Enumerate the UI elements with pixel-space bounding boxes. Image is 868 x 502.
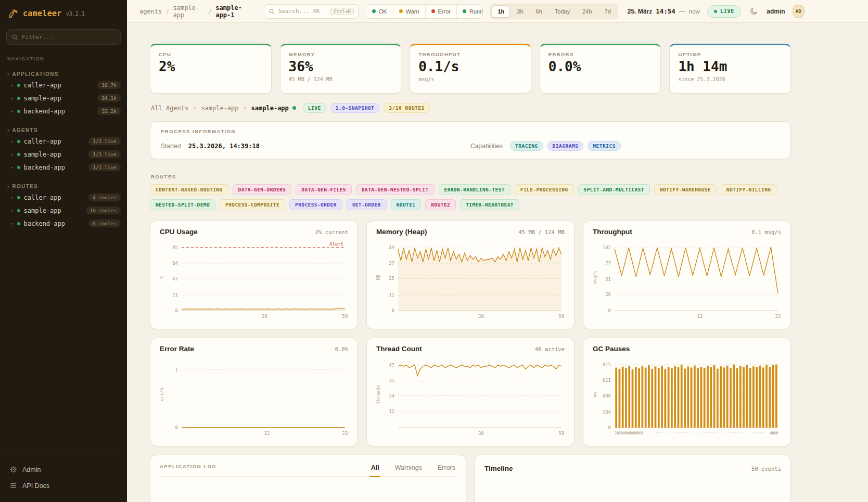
app-logo[interactable]: cameleer v3.2.1	[0, 0, 127, 24]
route-tag-data-gen-orders[interactable]: DATA-GEN-ORDERS	[233, 184, 292, 195]
time-range-6h[interactable]: 6h	[530, 5, 548, 18]
route-tag-get-order[interactable]: GET-ORDER	[347, 199, 387, 210]
chevron-right-icon: ▸	[11, 83, 14, 87]
route-tag-notify-billing[interactable]: NOTIFY-BILLING	[721, 184, 777, 195]
log-panel-title: APPLICATION LOG	[160, 464, 216, 477]
sidebar-item-label: sample-app	[24, 151, 61, 158]
sidebar-section-header-routes[interactable]: ▾ROUTES	[0, 182, 127, 191]
chevron-right-icon: ▸	[11, 165, 14, 170]
log-tab-errors[interactable]: Errors	[437, 464, 456, 477]
avatar[interactable]: AD	[793, 5, 805, 18]
chevron-right-icon: ▸	[11, 96, 14, 100]
global-search-input[interactable]	[278, 8, 327, 15]
svg-text:611: 611	[603, 378, 611, 383]
all-agents-link[interactable]: All Agents	[151, 105, 188, 112]
status-dot	[17, 84, 20, 87]
route-tag-file-processing[interactable]: FILE-PROCESSING	[515, 184, 574, 195]
sidebar-section-header-agents[interactable]: ▾AGENTS	[0, 126, 127, 135]
svg-text:204: 204	[603, 409, 611, 415]
time-range-7d[interactable]: 7d	[599, 5, 617, 18]
svg-text:30: 30	[478, 314, 484, 319]
sidebar: cameleer v3.2.1 NAVIGATION ▾APPLICATIONS…	[0, 0, 127, 502]
sidebar-item-routes-sample-app[interactable]: ▸sample-app16 routes	[0, 204, 127, 217]
agent-badge-live: LIVE	[303, 103, 326, 113]
theme-toggle-button[interactable]	[748, 6, 759, 17]
chevron-right-icon: ▸	[11, 196, 14, 200]
log-tab-warnings[interactable]: Warnings	[394, 464, 423, 477]
sidebar-item-agents-caller-app[interactable]: ▸caller-app1/1 live	[0, 135, 127, 148]
chart-title: Memory (Heap)	[376, 228, 427, 236]
status-dot	[17, 140, 20, 143]
sidebar-section-header-applications[interactable]: ▾APPLICATIONS	[0, 70, 127, 79]
sidebar-section-agents: ▾AGENTS▸caller-app1/1 live▸sample-app1/1…	[0, 126, 127, 174]
route-tag-content-based-routing[interactable]: CONTENT-BASED-ROUTING	[150, 184, 228, 195]
sidebar-item-badge: 4 routes	[88, 194, 121, 201]
status-filter-warn[interactable]: Warn	[393, 5, 425, 18]
status-filter-label: Warn	[406, 8, 419, 15]
breadcrumb-agents[interactable]: agents	[139, 8, 162, 15]
status-filter-error[interactable]: Error	[425, 5, 456, 18]
kpi-value: 0.1/s	[418, 60, 522, 73]
sidebar-item-agents-backend-app[interactable]: ▸backend-app1/1 live	[0, 161, 127, 174]
route-tag-timer-heartbeat[interactable]: TIMER-HEARTBEAT	[460, 199, 519, 210]
sidebar-item-admin[interactable]: Admin	[0, 461, 127, 478]
chart-value-label: 0.1 msg/s	[751, 229, 781, 235]
kpi-value: 1h 14m	[678, 60, 782, 73]
time-range-3h[interactable]: 3h	[511, 5, 529, 18]
sidebar-filter[interactable]	[6, 29, 121, 45]
route-tag-nested-split-demo[interactable]: NESTED-SPLIT-DEMO	[150, 199, 215, 210]
svg-text:59: 59	[342, 314, 348, 319]
log-tab-all[interactable]: All	[370, 464, 380, 477]
status-filter-running[interactable]: Running	[456, 5, 483, 18]
route-tag-process-composite[interactable]: PROCESS-COMPOSITE	[220, 199, 285, 210]
route-tag-process-order[interactable]: PROCESS-ORDER	[289, 199, 342, 210]
capabilities-label: Capabilities	[470, 143, 503, 150]
breadcrumb: agents / sample-app / sample-app-1	[139, 4, 253, 19]
time-range-1h[interactable]: 1h	[492, 5, 510, 18]
svg-text:0: 0	[175, 308, 178, 313]
kpi-value: 36%	[289, 60, 393, 73]
sidebar-item-routes-caller-app[interactable]: ▸caller-app4 routes	[0, 191, 127, 204]
chart-card-cpu: CPU Usage2% current856443210%3059Alert	[150, 221, 358, 329]
chart-header: Throughput0.1 msg/s	[591, 228, 783, 236]
breadcrumb-sample-app[interactable]: sample-app	[173, 4, 205, 19]
status-filter-ok[interactable]: OK	[366, 5, 393, 18]
chart-header: Thread Count46 active	[374, 345, 567, 353]
charts-grid: CPU Usage2% current856443210%3059AlertMe…	[150, 221, 791, 446]
timeline-panel: Timeline 50 events	[475, 455, 791, 502]
route-tag-route2[interactable]: ROUTE2	[425, 199, 456, 210]
kpi-card-cpu: CPU2%	[150, 44, 272, 94]
status-dot	[17, 222, 20, 225]
sidebar-item-api-docs[interactable]: API Docs	[0, 478, 127, 494]
route-tag-route1[interactable]: ROUTE1	[391, 199, 422, 210]
sidebar-filter-input[interactable]	[22, 34, 116, 41]
route-tag-notify-warehouse[interactable]: NOTIFY-WAREHOUSE	[654, 184, 717, 195]
svg-text:85: 85	[172, 245, 178, 250]
kpi-label: ERRORS	[548, 52, 653, 57]
route-tag-data-gen-files[interactable]: DATA-GEN-FILES	[296, 184, 352, 195]
svg-text:0: 0	[392, 308, 394, 313]
time-range-24h[interactable]: 24h	[577, 5, 597, 18]
route-tag-error-handling-test[interactable]: ERROR-HANDLING-TEST	[439, 184, 510, 195]
sidebar-item-applications-backend-app[interactable]: ▸backend-app32.2k	[0, 105, 127, 118]
sidebar-item-agents-sample-app[interactable]: ▸sample-app1/1 live	[0, 148, 127, 161]
agent-badges: LIVE1.0-SNAPSHOT3/16 ROUTES	[303, 103, 430, 113]
route-tag-data-gen-nested-split[interactable]: DATA-GEN-NESTED-SPLIT	[356, 184, 435, 195]
sidebar-item-applications-sample-app[interactable]: ▸sample-app84.1k	[0, 92, 127, 105]
chart-card-threads: Thread Count46 active47352412threads3059	[366, 338, 575, 446]
global-search[interactable]: Ctrl+K	[264, 4, 359, 19]
chart-title: Thread Count	[376, 345, 422, 353]
status-dot	[17, 166, 20, 169]
svg-text:Alert: Alert	[329, 241, 343, 247]
time-range-display[interactable]: 25. März 14:54 — now	[628, 7, 700, 15]
log-tabs: AllWarningsErrors	[356, 464, 456, 477]
agent-app-link[interactable]: sample-app	[201, 105, 238, 112]
sidebar-item-applications-caller-app[interactable]: ▸caller-app10.7k	[0, 79, 127, 92]
date-label: 25. März	[628, 8, 652, 15]
svg-text:64: 64	[172, 261, 178, 266]
live-status-badge[interactable]: LIVE	[707, 5, 741, 18]
sidebar-item-routes-backend-app[interactable]: ▸backend-app6 routes	[0, 217, 127, 230]
route-tag-split-and-multicast[interactable]: SPLIT-AND-MULTICAST	[578, 184, 650, 195]
docs-icon	[9, 482, 17, 490]
time-range-today[interactable]: Today	[549, 5, 576, 18]
